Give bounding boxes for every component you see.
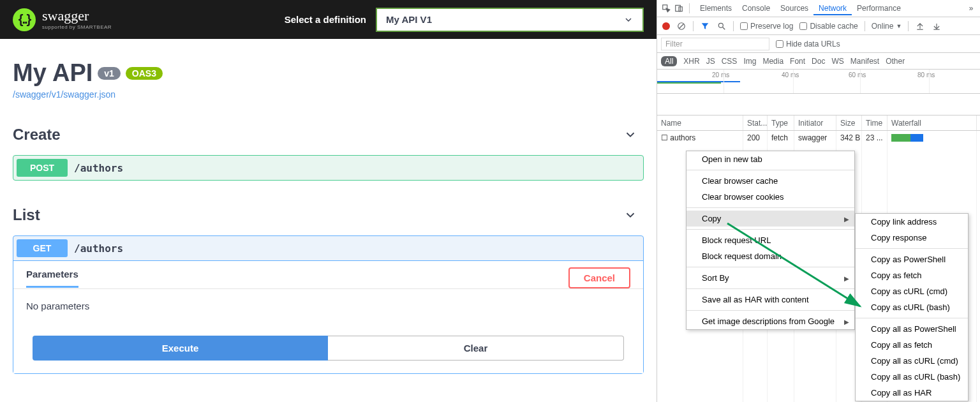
filter-type-all[interactable]: All (661, 56, 677, 66)
ctx-copy-all-as-powershell[interactable]: Copy all as PowerShell (856, 321, 968, 337)
definition-select-value: My API V1 (386, 14, 432, 25)
devtools-tab-network[interactable]: Network (813, 1, 852, 15)
filter-input[interactable]: Filter (661, 38, 769, 50)
more-tabs-icon[interactable]: » (966, 3, 976, 13)
ctx-clear-browser-cookies[interactable]: Clear browser cookies (687, 189, 854, 205)
upload-har-icon[interactable] (915, 21, 925, 31)
ctx-copy-link-address[interactable]: Copy link address (856, 214, 968, 230)
devtools-tab-elements[interactable]: Elements (695, 1, 737, 15)
timeline-tick: 80 ms (917, 71, 935, 78)
devtools-filterrow: Filter Hide data URLs (657, 35, 980, 53)
swagger-logo-subtext: supported by SMARTBEAR (42, 24, 112, 30)
method-post-badge: POST (17, 159, 68, 177)
search-icon[interactable] (716, 21, 727, 31)
inspect-icon[interactable] (661, 3, 671, 13)
opblock-get-summary[interactable]: GET /authors (13, 236, 643, 260)
hide-data-urls-checkbox[interactable]: Hide data URLs (776, 40, 840, 48)
no-parameters-label: No parameters (13, 288, 643, 323)
clear-log-icon[interactable] (676, 21, 687, 31)
ctx-copy-all-as-curl-bash[interactable]: Copy all as cURL (bash) (856, 369, 968, 385)
filter-type-js[interactable]: JS (706, 57, 715, 66)
tag-list[interactable]: List (13, 201, 644, 229)
filter-type-other[interactable]: Other (886, 57, 905, 66)
ctx-copy-all-as-fetch[interactable]: Copy all as fetch (856, 337, 968, 353)
preserve-log-checkbox[interactable]: Preserve log (740, 22, 793, 31)
filter-icon[interactable] (700, 21, 710, 31)
ctx-copy-as-curl-cmd[interactable]: Copy as cURL (cmd) (856, 283, 968, 299)
filter-type-font[interactable]: Font (790, 57, 805, 66)
ctx-copy-all-as-har[interactable]: Copy all as HAR (856, 385, 968, 401)
col-type[interactable]: Type (768, 115, 794, 130)
network-timeline[interactable]: 20 ms40 ms60 ms80 ms (657, 70, 980, 94)
swagger-topbar: {..} swagger supported by SMARTBEAR Sele… (0, 0, 657, 39)
ctx-copy-as-curl-bash[interactable]: Copy as cURL (bash) (856, 299, 968, 315)
col-stat[interactable]: Stat... (743, 115, 768, 130)
timeline-tick: 40 ms (782, 71, 799, 78)
definition-select-label: Select a definition (285, 14, 366, 25)
ctx-block-request-domain[interactable]: Block request domain (687, 248, 854, 264)
definition-select[interactable]: My API V1 (376, 8, 644, 32)
filter-type-doc[interactable]: Doc (812, 57, 825, 66)
opblock-get-authors: GET /authors Parameters Cancel No parame… (13, 235, 644, 374)
execute-button[interactable]: Execute (33, 336, 328, 361)
ctx-clear-browser-cache[interactable]: Clear browser cache (687, 173, 854, 189)
network-table-header: NameStat...TypeInitiatorSizeTimeWaterfal… (657, 115, 980, 131)
ctx-copy-as-powershell[interactable]: Copy as PowerShell (856, 251, 968, 267)
tag-create-label: Create (13, 126, 61, 144)
opblock-post-authors[interactable]: POST /authors (13, 155, 644, 181)
context-menu: Open in new tabClear browser cacheClear … (686, 151, 855, 330)
ctx-block-request-url[interactable]: Block request URL (687, 232, 854, 248)
col-size[interactable]: Size (836, 115, 862, 130)
copy-submenu: Copy link addressCopy responseCopy as Po… (855, 213, 969, 401)
swagger-pane: {..} swagger supported by SMARTBEAR Sele… (0, 0, 657, 402)
chevron-down-icon (623, 128, 637, 142)
timeline-tick: 20 ms (712, 71, 729, 78)
ctx-get-image-descriptions-from-google[interactable]: Get image descriptions from Google▶ (687, 313, 854, 329)
throttle-select[interactable]: Online ▼ (872, 22, 902, 31)
parameters-tab[interactable]: Parameters (26, 269, 78, 288)
tag-create[interactable]: Create (13, 121, 644, 149)
filter-type-xhr[interactable]: XHR (683, 57, 699, 66)
devtools-tabbar: ElementsConsoleSourcesNetworkPerformance… (657, 0, 980, 17)
devtools-pane: ElementsConsoleSourcesNetworkPerformance… (657, 0, 980, 402)
ctx-copy-response[interactable]: Copy response (856, 230, 968, 246)
cancel-button[interactable]: Cancel (568, 267, 630, 288)
ctx-copy[interactable]: Copy▶ (687, 211, 854, 227)
cell[interactable]: ☐ authors (657, 131, 743, 145)
version-badge: v1 (98, 67, 121, 80)
ctx-save-all-as-har-with-content[interactable]: Save all as HAR with content (687, 292, 854, 308)
ctx-sort-by[interactable]: Sort By▶ (687, 270, 854, 286)
record-icon[interactable] (662, 22, 670, 30)
devtools-tab-console[interactable]: Console (737, 1, 775, 15)
filter-type-css[interactable]: CSS (722, 57, 738, 66)
swagger-body: My API v1 OAS3 /swagger/v1/swagger.json … (0, 39, 657, 374)
clear-button[interactable]: Clear (328, 336, 624, 361)
cell (887, 131, 977, 145)
definition-link[interactable]: /swagger/v1/swagger.json (13, 89, 115, 100)
svg-line-4 (679, 24, 684, 28)
filter-type-manifest[interactable]: Manifest (850, 57, 879, 66)
device-toggle-icon[interactable] (674, 3, 684, 13)
method-get-badge: GET (17, 239, 68, 257)
filter-type-img[interactable]: Img (743, 57, 756, 66)
download-har-icon[interactable] (932, 21, 942, 31)
col-waterfall[interactable]: Waterfall (887, 115, 977, 130)
col-name[interactable]: Name (657, 115, 743, 130)
devtools-tab-sources[interactable]: Sources (775, 1, 813, 15)
oas-badge: OAS3 (126, 67, 163, 80)
swagger-logo: {..} swagger supported by SMARTBEAR (13, 8, 112, 31)
cell: 23 ... (862, 131, 887, 145)
api-title: My API (13, 59, 93, 87)
col-initiator[interactable]: Initiator (794, 115, 836, 130)
filter-type-media[interactable]: Media (762, 57, 783, 66)
disable-cache-checkbox[interactable]: Disable cache (799, 22, 858, 31)
ctx-copy-all-as-curl-cmd[interactable]: Copy all as cURL (cmd) (856, 353, 968, 369)
network-row-authors[interactable]: ☐ authors200fetchswagger342 B23 ... (657, 131, 980, 145)
filter-type-ws[interactable]: WS (831, 57, 843, 66)
svg-point-5 (718, 23, 723, 27)
ctx-copy-as-fetch[interactable]: Copy as fetch (856, 267, 968, 283)
chevron-down-icon (623, 208, 637, 222)
ctx-open-in-new-tab[interactable]: Open in new tab (687, 151, 854, 167)
col-time[interactable]: Time (862, 115, 887, 130)
devtools-tab-performance[interactable]: Performance (852, 1, 906, 15)
